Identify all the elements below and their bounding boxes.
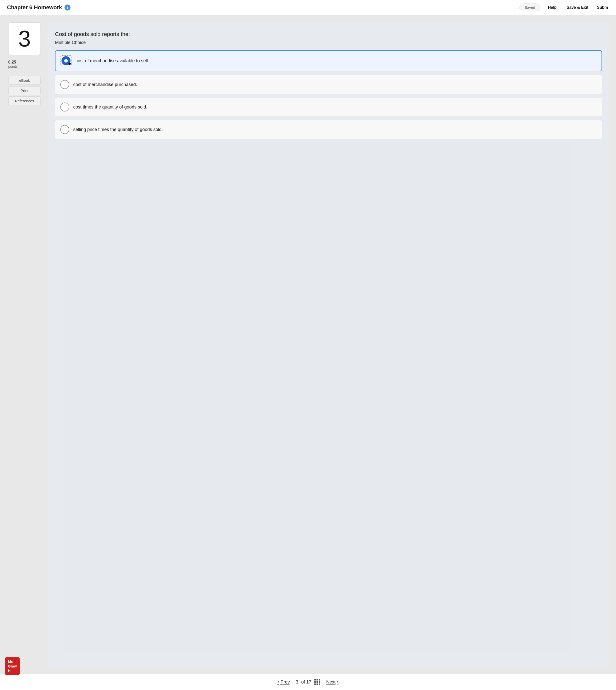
references-link[interactable]: References bbox=[8, 96, 41, 105]
left-sidebar: 3 0.25 points eBook Print References bbox=[7, 22, 42, 666]
question-text: Cost of goods sold reports the: bbox=[55, 31, 602, 38]
prev-arrow: ‹ bbox=[278, 680, 279, 685]
header: Chapter 6 Homework i Saved Help Save & E… bbox=[0, 0, 616, 15]
question-number: 3 bbox=[18, 26, 31, 52]
radio-c bbox=[60, 103, 69, 111]
option-a[interactable]: ☛ cost of merchandise available to sell. bbox=[55, 50, 602, 71]
option-c[interactable]: cost times the quantity of goods sold. bbox=[55, 98, 602, 116]
submit-button[interactable]: Subm bbox=[596, 4, 609, 11]
radio-d bbox=[60, 125, 69, 134]
info-icon[interactable]: i bbox=[65, 4, 70, 10]
grid-dot-9 bbox=[319, 684, 320, 685]
grid-dot-2 bbox=[316, 679, 318, 681]
prev-label: Prev bbox=[281, 680, 290, 685]
of-label: of 17 bbox=[301, 680, 311, 685]
bottom-nav: ‹ Prev 3 of 17 Next › bbox=[0, 674, 616, 690]
question-panel: Cost of goods sold reports the: Multiple… bbox=[48, 22, 609, 666]
grid-icon[interactable] bbox=[314, 679, 320, 685]
page-info: 3 of 17 bbox=[296, 679, 320, 685]
question-number-box: 3 bbox=[8, 22, 41, 55]
saved-badge: Saved bbox=[519, 3, 541, 11]
options-container: ☛ cost of merchandise available to sell.… bbox=[55, 50, 602, 139]
current-page: 3 bbox=[296, 680, 298, 685]
next-button[interactable]: Next › bbox=[326, 680, 338, 685]
page-title: Chapter 6 Homework i bbox=[7, 4, 514, 11]
grid-dot-5 bbox=[316, 681, 318, 683]
help-button[interactable]: Help bbox=[546, 4, 559, 11]
prev-button[interactable]: ‹ Prev bbox=[278, 680, 290, 685]
grid-dot-3 bbox=[319, 679, 320, 681]
sidebar-links: eBook Print References bbox=[8, 76, 41, 107]
radio-a-inner bbox=[64, 59, 68, 63]
grid-dot-7 bbox=[314, 684, 316, 685]
next-arrow: › bbox=[337, 680, 338, 685]
grid-dot-4 bbox=[314, 681, 316, 683]
option-d-text: selling price times the quantity of good… bbox=[73, 127, 163, 132]
option-d[interactable]: selling price times the quantity of good… bbox=[55, 120, 602, 139]
grid-dot-6 bbox=[319, 681, 320, 683]
points-label: points bbox=[8, 65, 41, 68]
radio-b bbox=[60, 80, 69, 89]
ebook-link[interactable]: eBook bbox=[8, 76, 41, 85]
next-label: Next bbox=[326, 680, 335, 685]
points-value: 0.25 bbox=[8, 60, 41, 65]
print-link[interactable]: Print bbox=[8, 86, 41, 95]
question-type: Multiple Choice bbox=[55, 40, 602, 45]
grid-dot-8 bbox=[316, 684, 318, 685]
chapter-title: Chapter 6 Homework bbox=[7, 4, 62, 11]
grid-dot-1 bbox=[314, 679, 316, 681]
main-content: 3 0.25 points eBook Print References Cos… bbox=[0, 15, 616, 674]
option-b-text: cost of merchandise purchased. bbox=[73, 82, 137, 87]
option-c-text: cost times the quantity of goods sold. bbox=[73, 105, 147, 110]
save-exit-button[interactable]: Save & Exit bbox=[564, 4, 591, 11]
option-a-text: cost of merchandise available to sell. bbox=[75, 58, 149, 64]
cursor-icon: ☛ bbox=[68, 61, 72, 67]
radio-a-dashed: ☛ bbox=[61, 55, 71, 66]
option-b[interactable]: cost of merchandise purchased. bbox=[55, 75, 602, 94]
